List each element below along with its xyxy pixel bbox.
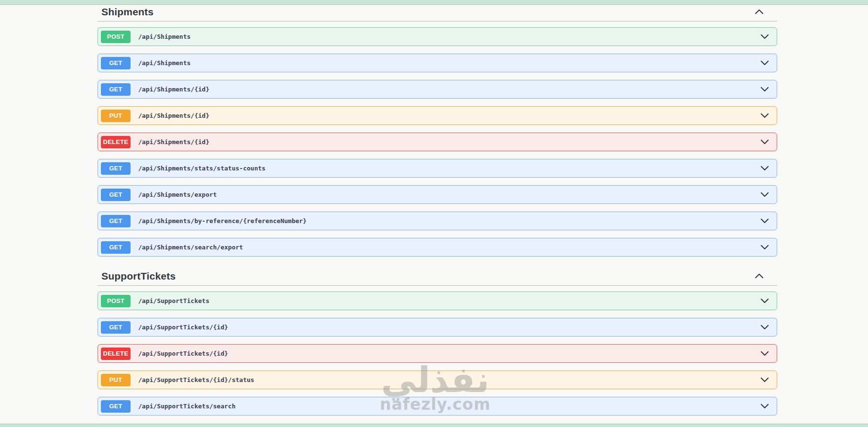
endpoint-path: /api/SupportTickets/{id} [138, 350, 228, 357]
endpoint-row[interactable]: GET /api/Shipments/export [98, 185, 777, 204]
endpoint-row[interactable]: GET /api/Shipments/stats/status-counts [98, 159, 777, 178]
endpoint-row[interactable]: POST /api/SupportTickets [98, 292, 777, 310]
method-badge: POST [101, 31, 131, 43]
endpoint-row[interactable]: PUT /api/SupportTickets/{id}/status [98, 371, 777, 389]
endpoint-path: /api/SupportTickets/search [138, 403, 236, 410]
endpoint-row[interactable]: PUT /api/Shipments/{id} [98, 106, 777, 125]
endpoint-row[interactable]: GET /api/Shipments/{id} [98, 80, 777, 99]
top-frame-bar [0, 0, 868, 5]
chevron-down-icon[interactable] [760, 87, 769, 92]
chevron-down-icon[interactable] [760, 298, 769, 303]
chevron-down-icon[interactable] [760, 139, 769, 145]
endpoint-path: /api/Shipments/search/export [138, 244, 243, 251]
section-header[interactable]: Shipments [98, 5, 777, 22]
endpoint-path: /api/Shipments/{id} [138, 138, 209, 146]
chevron-down-icon[interactable] [760, 113, 769, 118]
method-badge: GET [101, 241, 131, 254]
endpoint-path: /api/SupportTickets/{id} [138, 324, 228, 331]
method-badge: GET [101, 400, 131, 413]
chevron-down-icon[interactable] [760, 60, 769, 66]
method-badge: GET [101, 57, 131, 69]
method-badge: DELETE [101, 348, 131, 360]
endpoint-row[interactable]: GET /api/Shipments [98, 54, 777, 72]
api-section-supporttickets: SupportTickets POST /api/SupportTickets … [98, 269, 777, 416]
method-badge: GET [101, 215, 131, 227]
chevron-down-icon[interactable] [760, 192, 769, 197]
api-section-shipments: Shipments POST /api/Shipments GET /api/S… [98, 5, 777, 257]
endpoint-path: /api/Shipments/export [138, 191, 217, 198]
method-badge: GET [101, 189, 131, 201]
chevron-down-icon[interactable] [760, 351, 769, 356]
endpoint-row[interactable]: GET /api/SupportTickets/{id} [98, 318, 777, 337]
endpoint-path: /api/Shipments [138, 59, 191, 67]
api-sections: Shipments POST /api/Shipments GET /api/S… [98, 5, 777, 423]
chevron-down-icon[interactable] [760, 34, 769, 39]
chevron-down-icon[interactable] [760, 245, 769, 250]
section-title: SupportTickets [101, 270, 176, 282]
endpoint-path: /api/SupportTickets [138, 297, 209, 304]
endpoint-row[interactable]: GET /api/Shipments/search/export [98, 238, 777, 257]
endpoint-path: /api/Shipments/stats/status-counts [138, 165, 265, 172]
method-badge: GET [101, 321, 131, 334]
endpoint-row[interactable]: DELETE /api/SupportTickets/{id} [98, 344, 777, 363]
chevron-down-icon[interactable] [760, 166, 769, 171]
endpoint-path: /api/SupportTickets/{id}/status [138, 376, 254, 383]
endpoint-row[interactable]: GET /api/SupportTickets/search [98, 397, 777, 416]
endpoint-row[interactable]: DELETE /api/Shipments/{id} [98, 133, 777, 151]
endpoint-row[interactable]: POST /api/Shipments [98, 27, 777, 46]
chevron-down-icon[interactable] [760, 325, 769, 330]
chevron-down-icon[interactable] [760, 377, 769, 382]
endpoint-list: POST /api/SupportTickets GET /api/Suppor… [98, 292, 777, 416]
endpoint-row[interactable]: GET /api/Shipments/by-reference/{referen… [98, 212, 777, 230]
method-badge: GET [101, 162, 131, 175]
method-badge: GET [101, 83, 131, 96]
method-badge: POST [101, 295, 131, 307]
endpoint-path: /api/Shipments/{id} [138, 112, 209, 119]
endpoint-list: POST /api/Shipments GET /api/Shipments G… [98, 27, 777, 257]
chevron-down-icon[interactable] [760, 404, 769, 409]
chevron-down-icon[interactable] [760, 218, 769, 224]
bottom-frame-bar [0, 424, 868, 427]
endpoint-path: /api/Shipments [138, 33, 191, 40]
method-badge: PUT [101, 374, 131, 386]
method-badge: DELETE [101, 136, 131, 148]
chevron-up-icon[interactable] [755, 9, 764, 14]
endpoint-path: /api/Shipments/by-reference/{referenceNu… [138, 217, 307, 225]
section-title: Shipments [101, 5, 154, 18]
endpoint-path: /api/Shipments/{id} [138, 86, 209, 93]
chevron-up-icon[interactable] [755, 273, 764, 279]
method-badge: PUT [101, 110, 131, 122]
section-header[interactable]: SupportTickets [98, 269, 777, 286]
